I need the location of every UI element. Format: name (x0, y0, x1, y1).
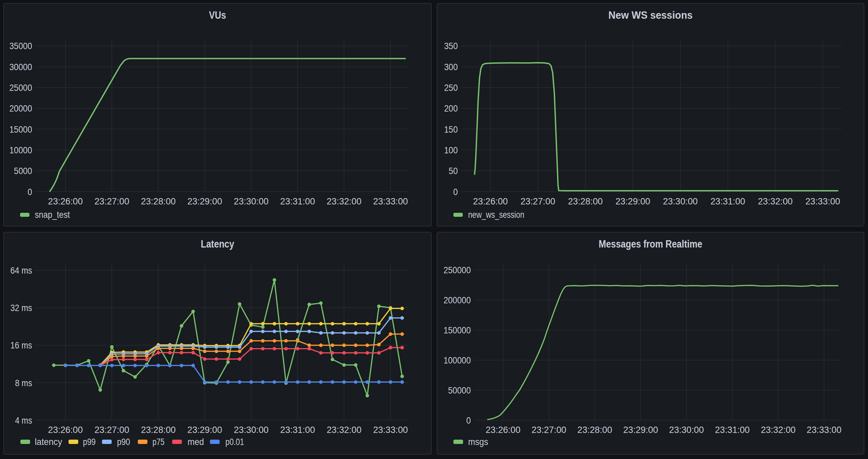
svg-text:23:32:00: 23:32:00 (327, 196, 362, 206)
svg-text:Latency: Latency (201, 238, 235, 250)
svg-text:35000: 35000 (9, 41, 32, 51)
svg-text:32 ms: 32 ms (10, 303, 32, 313)
svg-text:150000: 150000 (443, 325, 471, 335)
svg-text:23:29:00: 23:29:00 (187, 425, 222, 435)
svg-text:23:29:00: 23:29:00 (616, 196, 650, 206)
svg-text:23:28:00: 23:28:00 (141, 425, 176, 435)
svg-text:snap_test: snap_test (35, 209, 70, 220)
svg-text:23:27:00: 23:27:00 (532, 425, 566, 435)
svg-text:latency: latency (35, 437, 62, 447)
svg-text:100000: 100000 (443, 355, 471, 365)
svg-text:15000: 15000 (9, 124, 32, 135)
svg-text:23:26:00: 23:26:00 (473, 196, 508, 206)
svg-text:p99: p99 (83, 437, 96, 447)
svg-text:20000: 20000 (9, 103, 32, 113)
svg-text:250: 250 (444, 83, 458, 93)
svg-text:25000: 25000 (9, 83, 32, 93)
svg-text:23:31:00: 23:31:00 (280, 425, 315, 435)
svg-text:200: 200 (444, 103, 458, 113)
svg-text:23:28:00: 23:28:00 (141, 196, 176, 206)
svg-text:4 ms: 4 ms (15, 415, 32, 426)
svg-text:msgs: msgs (468, 437, 488, 447)
svg-text:p90: p90 (117, 437, 130, 447)
svg-text:p0.01: p0.01 (225, 437, 244, 447)
svg-text:23:32:00: 23:32:00 (761, 425, 796, 435)
svg-text:med: med (188, 437, 204, 447)
svg-text:64 ms: 64 ms (10, 265, 32, 275)
svg-text:300: 300 (444, 62, 458, 72)
svg-text:p75: p75 (152, 437, 164, 447)
svg-text:350: 350 (444, 41, 458, 51)
svg-text:0: 0 (27, 187, 32, 197)
svg-text:23:28:00: 23:28:00 (578, 425, 612, 435)
svg-text:23:26:00: 23:26:00 (48, 196, 83, 206)
svg-text:23:30:00: 23:30:00 (663, 196, 698, 206)
svg-text:23:28:00: 23:28:00 (568, 196, 603, 206)
svg-text:23:32:00: 23:32:00 (327, 425, 362, 435)
svg-text:23:33:00: 23:33:00 (373, 196, 408, 206)
svg-text:200000: 200000 (443, 295, 471, 305)
svg-text:16 ms: 16 ms (10, 340, 32, 351)
svg-text:Messages from Realtime: Messages from Realtime (599, 238, 703, 250)
svg-text:100: 100 (444, 145, 458, 155)
svg-text:0: 0 (453, 187, 458, 197)
svg-text:50: 50 (449, 166, 458, 176)
svg-text:23:31:00: 23:31:00 (715, 425, 750, 435)
svg-text:8 ms: 8 ms (15, 378, 32, 388)
svg-text:23:27:00: 23:27:00 (95, 425, 129, 435)
svg-text:23:33:00: 23:33:00 (807, 425, 842, 435)
svg-text:23:30:00: 23:30:00 (669, 425, 704, 435)
svg-text:10000: 10000 (9, 145, 32, 155)
svg-text:250000: 250000 (443, 265, 471, 275)
svg-text:5000: 5000 (14, 166, 32, 176)
svg-text:50000: 50000 (448, 385, 471, 396)
svg-text:23:30:00: 23:30:00 (234, 196, 269, 206)
svg-text:new_ws_session: new_ws_session (468, 209, 524, 220)
svg-text:23:31:00: 23:31:00 (711, 196, 745, 206)
svg-text:23:29:00: 23:29:00 (187, 196, 222, 206)
svg-text:VUs: VUs (209, 9, 226, 21)
svg-text:30000: 30000 (9, 62, 32, 72)
svg-text:23:26:00: 23:26:00 (48, 425, 83, 435)
svg-text:150: 150 (444, 124, 458, 135)
svg-text:23:27:00: 23:27:00 (521, 196, 555, 206)
svg-text:23:31:00: 23:31:00 (280, 196, 315, 206)
svg-text:23:29:00: 23:29:00 (623, 425, 658, 435)
svg-text:23:33:00: 23:33:00 (805, 196, 840, 206)
svg-text:23:30:00: 23:30:00 (234, 425, 269, 435)
svg-text:0: 0 (466, 415, 471, 426)
svg-text:New WS sessions: New WS sessions (609, 9, 693, 21)
svg-text:23:33:00: 23:33:00 (373, 425, 408, 435)
svg-text:23:27:00: 23:27:00 (95, 196, 129, 206)
svg-text:23:32:00: 23:32:00 (758, 196, 793, 206)
svg-text:23:26:00: 23:26:00 (486, 425, 521, 435)
